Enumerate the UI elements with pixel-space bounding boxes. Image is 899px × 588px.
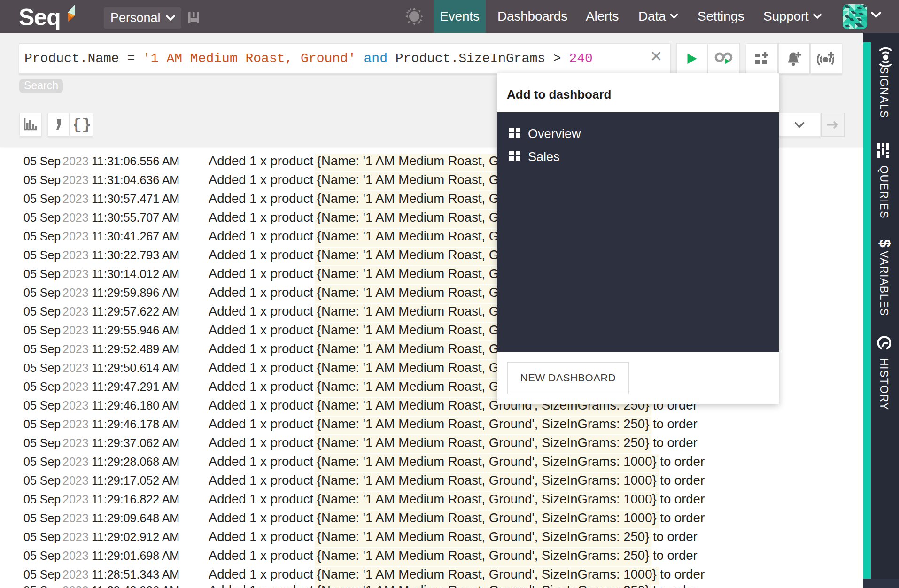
svg-text:{}: {} bbox=[74, 116, 90, 132]
